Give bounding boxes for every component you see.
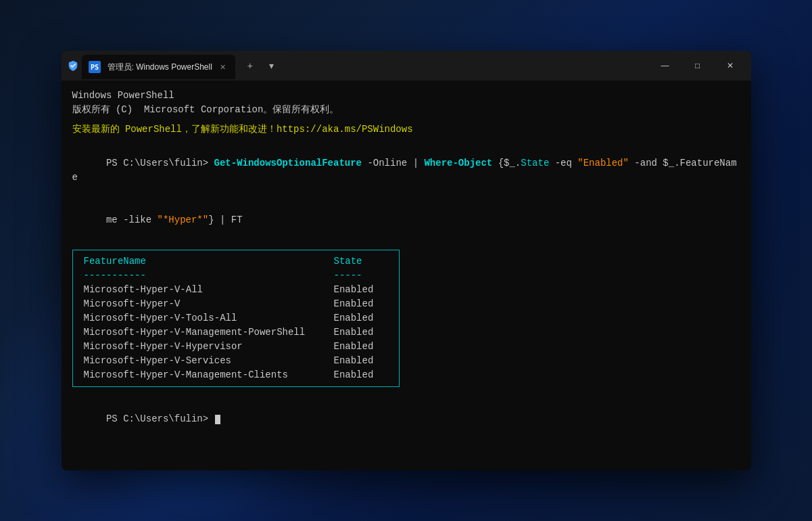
sep-state: ----- (334, 269, 388, 283)
svg-text:PS: PS (91, 64, 99, 71)
powershell-window: PS 管理员: Windows PowerShell ✕ + ▾ — □ ✕ W… (62, 51, 751, 470)
pipe1: | (413, 158, 425, 168)
feature-state-1: Enabled (334, 283, 388, 297)
command-line1: PS C:\Users\fulin> Get-WindowsOptionalFe… (72, 142, 740, 199)
like-part: me -like (106, 214, 158, 225)
upgrade-msg: 安装最新的 PowerShell，了解新功能和改进！https://aka.ms… (72, 122, 740, 137)
sep-name: ----------- (84, 269, 334, 283)
tab-close-button[interactable]: ✕ (218, 62, 229, 72)
feature-name-5: Microsoft-Hyper-V-Hypervisor (84, 340, 334, 354)
feature-name-7: Microsoft-Hyper-V-Management-Clients (84, 368, 334, 382)
table-row: Microsoft-Hyper-V-Management-Clients Ena… (84, 368, 388, 382)
table-row: Microsoft-Hyper-V Enabled (84, 297, 388, 311)
cmd-keyword: Get-WindowsOptionalFeature (214, 158, 362, 168)
feature-state-5: Enabled (334, 340, 388, 354)
minimize-button[interactable]: — (650, 55, 681, 76)
command-line2: me -like "*Hyper*"} | FT (72, 199, 740, 242)
table-row: Microsoft-Hyper-V-Services Enabled (84, 354, 388, 368)
feature-name-1: Microsoft-Hyper-V-All (84, 283, 334, 297)
shield-icon (67, 60, 79, 72)
eq-op: -eq (549, 158, 577, 168)
table-row: Microsoft-Hyper-V-Tools-All Enabled (84, 311, 388, 325)
titlebar-controls: — □ ✕ (650, 55, 746, 76)
feature-name-6: Microsoft-Hyper-V-Services (84, 354, 334, 368)
feature-name-4: Microsoft-Hyper-V-Management-PowerShell (84, 325, 334, 340)
header-featurename: FeatureName (84, 254, 334, 269)
terminal-content[interactable]: Windows PowerShell 版权所有 (C) Microsoft Co… (62, 81, 751, 470)
intro-line1: Windows PowerShell (72, 89, 740, 103)
condition-open: {$_. (492, 158, 521, 168)
feature-state-7: Enabled (334, 368, 388, 382)
feature-state-2: Enabled (334, 297, 388, 311)
titlebar-actions: + ▾ (241, 56, 281, 75)
enabled-val: "Enabled" (577, 158, 629, 168)
feature-name-2: Microsoft-Hyper-V (84, 297, 334, 311)
and-op: -and (629, 158, 663, 168)
cmd-where: Where-Object (424, 158, 492, 168)
titlebar-left: PS 管理员: Windows PowerShell ✕ + ▾ (67, 52, 650, 79)
feature-state-4: Enabled (334, 325, 388, 340)
state-prop: State (521, 158, 549, 168)
new-tab-button[interactable]: + (241, 56, 260, 75)
intro-line2: 版权所有 (C) Microsoft Corporation。保留所有权利。 (72, 103, 740, 117)
table-row: Microsoft-Hyper-V-All Enabled (84, 283, 388, 297)
close-button[interactable]: ✕ (715, 55, 746, 76)
dropdown-button[interactable]: ▾ (262, 56, 281, 75)
table-header: FeatureName State (84, 254, 388, 269)
prompt1: PS C:\Users\fulin> (106, 158, 214, 168)
titlebar: PS 管理员: Windows PowerShell ✕ + ▾ — □ ✕ (62, 51, 751, 81)
maximize-button[interactable]: □ (682, 55, 713, 76)
results-table: FeatureName State ----------- ----- Micr… (72, 250, 400, 387)
active-tab[interactable]: PS 管理员: Windows PowerShell ✕ (82, 55, 235, 79)
close-brace: } | FT (208, 214, 242, 225)
tab-title: 管理员: Windows PowerShell (108, 62, 212, 73)
prompt2-line: PS C:\Users\fulin> (72, 398, 740, 440)
prompt2: PS C:\Users\fulin> (106, 413, 214, 424)
header-state: State (334, 254, 388, 269)
table-separator: ----------- ----- (84, 269, 388, 283)
table-row: Microsoft-Hyper-V-Management-PowerShell … (84, 325, 388, 340)
hyper-val: "*Hyper*" (158, 214, 209, 225)
cmd-param-online: -Online (362, 158, 413, 168)
table-row: Microsoft-Hyper-V-Hypervisor Enabled (84, 340, 388, 354)
cursor (215, 415, 220, 424)
feature-name-3: Microsoft-Hyper-V-Tools-All (84, 311, 334, 325)
powershell-icon: PS (89, 61, 101, 73)
feature-state-6: Enabled (334, 354, 388, 368)
feature-state-3: Enabled (334, 311, 388, 325)
